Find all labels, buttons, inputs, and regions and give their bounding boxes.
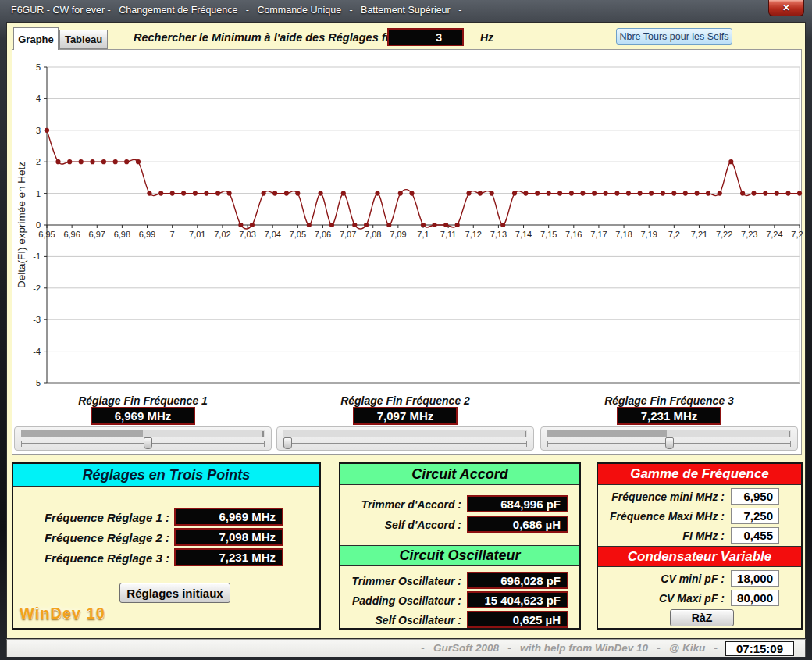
fi-mhz-input[interactable]: 0,455 (731, 527, 779, 544)
freq-mini-input[interactable]: 6,950 (731, 488, 779, 505)
slider-2-thumb[interactable] (283, 437, 292, 449)
svg-text:7,14: 7,14 (515, 230, 532, 239)
app-window: F6GUR - CW for ever - Changement de Fréq… (0, 0, 812, 660)
circuit-oscillateur-header: Circuit Oscillateur (340, 545, 579, 566)
slider-3-gauge (547, 430, 791, 437)
svg-text:6,97: 6,97 (89, 230, 105, 239)
svg-text:7,18: 7,18 (615, 230, 632, 239)
self-accord-label: Self d'Accord : (340, 519, 461, 531)
svg-text:7,05: 7,05 (290, 230, 306, 239)
slider-2-track[interactable] (283, 443, 527, 444)
frequency-slider-3[interactable] (540, 426, 798, 451)
tab-tableau[interactable]: Tableau (59, 30, 108, 49)
freq-reglage-1-label: Fréquence Réglage 1 : (13, 511, 169, 524)
content-area: Graphe Tableau Rechercher le Minimum à l… (6, 22, 806, 639)
trimmer-accord-value: 684,996 pF (467, 495, 568, 512)
circuit-accord-header: Circuit Accord (340, 464, 579, 485)
freq-reglage-3-value: 7,231 MHz (174, 548, 283, 566)
svg-text:-1: -1 (33, 252, 41, 261)
frequency-slider-1[interactable] (14, 426, 272, 451)
slider-group-2: Réglage Fin Fréquence 2 7,097 MHz (276, 394, 534, 451)
padding-oscillateur-value: 15 404,623 pF (467, 591, 568, 608)
svg-text:7,13: 7,13 (490, 230, 507, 239)
svg-text:7,09: 7,09 (390, 230, 406, 239)
freq-reglage-2-label: Fréquence Réglage 2 : (13, 531, 169, 544)
cv-mini-label: CV mini pF : (598, 573, 725, 585)
freq-maxi-label: Fréquence Maxi MHz : (598, 510, 725, 523)
svg-text:7,16: 7,16 (565, 230, 582, 239)
svg-text:5: 5 (36, 62, 41, 72)
svg-text:7,07: 7,07 (340, 230, 356, 239)
freq-reglage-3-label: Fréquence Réglage 3 : (13, 551, 169, 565)
nbre-tours-selfs-button[interactable]: Nbre Tours pour les Selfs (616, 28, 732, 45)
freq-reglage-2-value: 7,098 MHz (174, 528, 283, 546)
slider-1-thumb[interactable] (144, 437, 152, 449)
chart-panel: 543210-1-2-3-4-56,956,966,976,986,9977,0… (12, 49, 802, 455)
slider-2-label: Réglage Fin Fréquence 2 (276, 394, 534, 407)
search-min-label: Rechercher le Minimum à l'aide des Régla… (134, 31, 408, 44)
svg-text:6,98: 6,98 (114, 230, 130, 239)
slider-1-label: Réglage Fin Fréquence 1 (14, 394, 272, 407)
slider-2-value: 7,097 MHz (353, 407, 458, 425)
slider-1-value: 6,969 MHz (91, 407, 195, 425)
slider-3-value: 7,231 MHz (617, 407, 721, 425)
svg-text:-4: -4 (33, 347, 41, 356)
svg-text:3: 3 (36, 126, 41, 135)
raz-button[interactable]: RàZ (670, 609, 734, 626)
svg-text:-3: -3 (33, 315, 41, 324)
tab-graphe[interactable]: Graphe (13, 27, 59, 50)
slider-group-1: Réglage Fin Fréquence 1 6,969 MHz (14, 394, 272, 451)
slider-2-gauge (283, 430, 527, 437)
svg-text:6,96: 6,96 (63, 230, 80, 239)
search-min-field[interactable]: 3 (387, 28, 464, 46)
reglages-initiaux-button[interactable]: Réglages initiaux (119, 583, 230, 603)
svg-text:7,15: 7,15 (540, 230, 557, 239)
slider-3-label: Réglage Fin Fréquence 3 (540, 394, 798, 407)
windev-logo: WinDev 10 (20, 605, 105, 623)
panel-reglages-trois-points: Réglages en Trois Points Fréquence Régla… (12, 462, 321, 630)
svg-text:7,02: 7,02 (214, 230, 230, 239)
svg-text:0: 0 (36, 220, 41, 230)
svg-text:7,23: 7,23 (741, 230, 757, 239)
cv-maxi-label: CV Maxi pF : (598, 592, 725, 605)
chart: 543210-1-2-3-4-56,956,966,976,986,9977,0… (12, 50, 803, 394)
svg-text:7,06: 7,06 (315, 230, 331, 239)
cv-mini-input[interactable]: 18,000 (731, 570, 779, 587)
freq-maxi-input[interactable]: 7,250 (731, 508, 779, 524)
self-accord-value: 0,686 µH (467, 516, 568, 533)
close-icon: ✕ (782, 2, 790, 13)
frequency-slider-2[interactable] (276, 426, 534, 451)
cv-maxi-input[interactable]: 80,000 (731, 590, 779, 606)
svg-text:7,24: 7,24 (766, 230, 782, 239)
svg-text:-5: -5 (33, 378, 41, 387)
svg-text:6,99: 6,99 (139, 230, 155, 239)
svg-text:7,19: 7,19 (640, 230, 657, 239)
slider-3-thumb[interactable] (665, 437, 674, 449)
svg-text:7,2: 7,2 (668, 230, 680, 239)
svg-text:1: 1 (36, 189, 41, 198)
svg-text:7,17: 7,17 (590, 230, 607, 239)
statusbar: - GurSoft 2008 - with help from WinDev 1… (6, 639, 806, 657)
slider-1-gauge (21, 430, 265, 437)
svg-text:7,04: 7,04 (264, 230, 280, 239)
statusbar-credits: - GurSoft 2008 - with help from WinDev 1… (421, 642, 718, 654)
svg-text:7,08: 7,08 (365, 230, 381, 239)
titlebar: F6GUR - CW for ever - Changement de Fréq… (0, 0, 812, 22)
trimmer-oscillateur-label: Trimmer Oscillateur : (340, 575, 461, 587)
svg-text:7,1: 7,1 (417, 230, 429, 239)
panel-gamme-frequence: Gamme de Fréquence Fréquence mini MHz : … (597, 462, 803, 630)
trimmer-oscillateur-value: 696,028 pF (467, 572, 568, 589)
svg-text:7,12: 7,12 (465, 230, 482, 239)
slider-group-3: Réglage Fin Fréquence 3 7,231 MHz (540, 394, 798, 451)
window-title: F6GUR - CW for ever - Changement de Fréq… (11, 5, 461, 16)
svg-text:Delta(FI) exprimée en Hetz: Delta(FI) exprimée en Hetz (16, 162, 27, 288)
svg-text:6,95: 6,95 (38, 230, 55, 239)
close-button[interactable]: ✕ (768, 0, 804, 16)
self-oscillateur-label: Self Oscillateur : (340, 614, 461, 626)
svg-text:4: 4 (36, 94, 41, 103)
svg-text:2: 2 (36, 157, 41, 166)
search-min-unit: Hz (480, 31, 493, 44)
svg-text:7,01: 7,01 (189, 230, 205, 239)
trimmer-accord-label: Trimmer d'Accord : (340, 498, 461, 511)
padding-oscillateur-label: Padding Oscillateur : (340, 594, 461, 607)
